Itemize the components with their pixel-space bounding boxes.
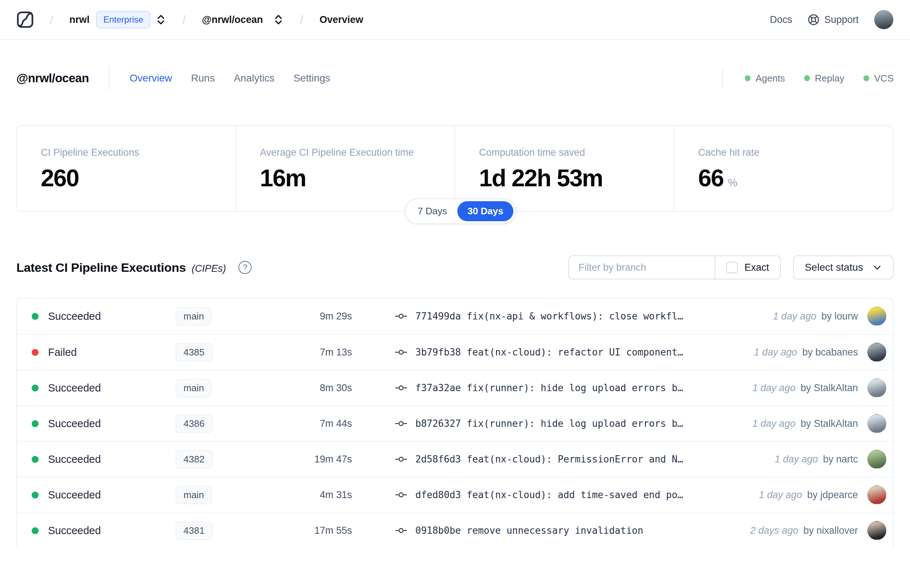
duration: 7m 44s	[265, 418, 352, 430]
indicator-replay: Replay	[804, 73, 844, 84]
branch-badge[interactable]: 4385	[175, 343, 213, 362]
section-title-suffix: (CIPEs)	[192, 263, 226, 275]
status-label: Succeeded	[48, 418, 101, 430]
status-label: Succeeded	[48, 453, 101, 465]
table-row[interactable]: Succeeded main 9m 29s 771499da fix(nx-ap…	[17, 298, 893, 334]
branch-badge[interactable]: 4382	[175, 450, 213, 468]
workspace-selector-icon[interactable]	[273, 13, 284, 26]
avatar	[867, 450, 886, 468]
duration: 4m 31s	[265, 489, 352, 501]
breadcrumb-separator: /	[50, 13, 53, 27]
stat-suffix: %	[727, 176, 737, 189]
table-row[interactable]: Succeeded main 8m 30s f37a32ae fix(runne…	[17, 370, 893, 405]
exact-checkbox[interactable]	[726, 262, 738, 273]
stat-card-cache-hit: Cache hit rate 66%	[674, 126, 893, 211]
commit-message[interactable]: 771499da fix(nx-api & workflows): close …	[415, 311, 683, 321]
commit-icon	[395, 313, 407, 320]
author: by nartc	[823, 454, 858, 465]
status-dot-icon	[32, 527, 39, 534]
tab-analytics[interactable]: Analytics	[234, 73, 275, 84]
avatar	[867, 378, 886, 397]
commit-icon	[395, 349, 407, 356]
commit-icon	[395, 527, 407, 534]
author: by lourw	[821, 311, 858, 322]
exact-label: Exact	[744, 262, 769, 273]
avatar	[867, 521, 886, 540]
status-dot-icon	[32, 420, 39, 427]
branch-badge[interactable]: 4386	[175, 414, 213, 433]
date-range-toggle: 7 Days 30 Days	[404, 198, 516, 224]
stat-label: Cache hit rate	[698, 147, 893, 158]
branch-badge[interactable]: main	[175, 486, 212, 504]
branch-filter-group: Exact	[568, 255, 781, 279]
workspace-tabs: Overview Runs Analytics Settings	[129, 73, 330, 84]
author: by jdpearce	[807, 489, 858, 501]
duration: 8m 30s	[265, 383, 352, 394]
status-dot-icon	[32, 491, 39, 499]
range-30-days-button[interactable]: 30 Days	[457, 201, 513, 221]
time-ago: 1 day ago	[759, 489, 802, 501]
breadcrumb-workspace[interactable]: @nrwl/ocean	[202, 14, 263, 26]
help-icon[interactable]: ?	[238, 261, 252, 274]
status-select-dropdown[interactable]: Select status	[793, 255, 894, 279]
breadcrumb-page: Overview	[320, 14, 363, 26]
tab-runs[interactable]: Runs	[191, 73, 215, 84]
service-indicators: Agents Replay VCS	[745, 73, 894, 84]
section-title: Latest CI Pipeline Executions	[16, 260, 186, 275]
stat-label: Average CI Pipeline Execution time	[260, 147, 455, 158]
time-ago: 1 day ago	[774, 454, 818, 465]
user-avatar[interactable]	[874, 10, 894, 29]
table-row[interactable]: Failed 4385 7m 13s 3b79fb38 feat(nx-clou…	[17, 334, 893, 370]
page-header: @nrwl/ocean Overview Runs Analytics Sett…	[0, 66, 910, 90]
stat-label: CI Pipeline Executions	[41, 147, 236, 158]
docs-link[interactable]: Docs	[770, 14, 792, 26]
top-navbar: / nrwl Enterprise / @nrwl/ocean / Overvi…	[0, 0, 910, 40]
author: by StalkAltan	[800, 383, 858, 394]
divider	[722, 68, 723, 89]
support-link[interactable]: Support	[807, 13, 859, 26]
commit-message[interactable]: f37a32ae fix(runner): hide log upload er…	[415, 383, 683, 393]
commit-message[interactable]: 0918b0be remove unnecessary invalidation	[415, 525, 643, 536]
avatar	[867, 343, 886, 362]
commit-message[interactable]: 2d58f6d3 feat(nx-cloud): PermissionError…	[415, 454, 683, 465]
commit-message[interactable]: dfed80d3 feat(nx-cloud): add time-saved …	[415, 489, 683, 500]
table-row[interactable]: Succeeded main 4m 31s dfed80d3 feat(nx-c…	[17, 477, 893, 512]
cipe-table-body: Succeeded main 9m 29s 771499da fix(nx-ap…	[17, 298, 893, 548]
status-label: Succeeded	[48, 382, 101, 394]
table-row[interactable]: Succeeded 4381 17m 55s 0918b0be remove u…	[17, 512, 893, 548]
commit-message[interactable]: 3b79fb38 feat(nx-cloud): refactor UI com…	[415, 347, 683, 358]
stat-value: 66	[698, 164, 723, 192]
commit-message[interactable]: b8726327 fix(runner): hide log upload er…	[415, 418, 683, 429]
chevron-down-icon	[873, 263, 882, 272]
status-dot-icon	[32, 384, 39, 391]
stat-value: 1d 22h 53m	[479, 164, 603, 192]
time-ago: 1 day ago	[752, 383, 796, 394]
workspace-title: @nrwl/ocean	[16, 71, 89, 85]
stat-label: Computation time saved	[479, 147, 674, 158]
tab-settings[interactable]: Settings	[293, 73, 330, 84]
branch-badge[interactable]: main	[175, 307, 212, 326]
stat-card-executions: CI Pipeline Executions 260	[17, 126, 236, 211]
breadcrumb-org[interactable]: nrwl	[69, 14, 89, 26]
divider	[109, 66, 110, 90]
enterprise-badge: Enterprise	[96, 11, 150, 28]
duration: 19m 47s	[265, 454, 352, 465]
status-dot-icon	[32, 349, 39, 356]
range-7-days-button[interactable]: 7 Days	[407, 201, 457, 221]
green-dot-icon	[804, 75, 810, 81]
branch-badge[interactable]: 4381	[175, 522, 213, 540]
table-row[interactable]: Succeeded 4386 7m 44s b8726327 fix(runne…	[17, 405, 893, 441]
status-label: Succeeded	[48, 310, 101, 322]
breadcrumb-separator: /	[300, 13, 303, 27]
branch-filter-input[interactable]	[569, 256, 714, 279]
status-label: Failed	[48, 346, 77, 359]
org-selector-icon[interactable]	[155, 13, 166, 26]
breadcrumb-separator: /	[183, 13, 186, 27]
branch-badge[interactable]: main	[175, 379, 212, 397]
author: by bcabanes	[802, 347, 858, 358]
commit-icon	[395, 491, 407, 499]
nx-logo[interactable]	[16, 11, 34, 28]
tab-overview[interactable]: Overview	[129, 73, 172, 84]
status-label: Succeeded	[48, 525, 101, 537]
table-row[interactable]: Succeeded 4382 19m 47s 2d58f6d3 feat(nx-…	[17, 441, 893, 477]
